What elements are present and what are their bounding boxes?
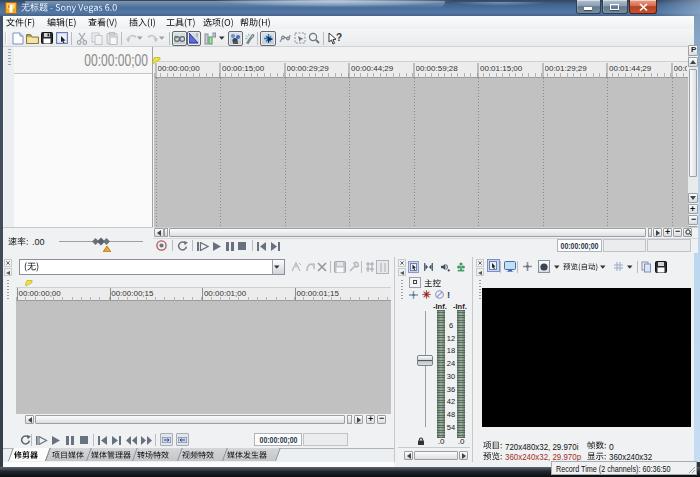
- svg-text:?: ?: [336, 32, 342, 43]
